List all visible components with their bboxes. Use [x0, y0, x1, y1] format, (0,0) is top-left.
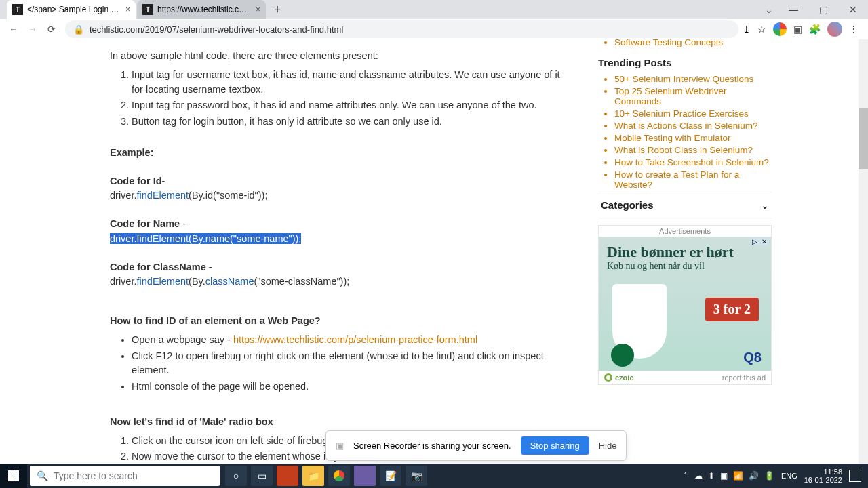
q8-logo: Q8	[743, 350, 762, 365]
app-icon[interactable]	[277, 466, 298, 486]
app-icon[interactable]: 📝	[380, 466, 401, 486]
cortana-icon[interactable]: ○	[225, 466, 247, 486]
ad-subhead: Køb nu og hent når du vil	[607, 261, 763, 272]
elements-list: Input tag for username text box, it has …	[110, 68, 570, 129]
close-icon[interactable]: ×	[125, 5, 130, 14]
start-button[interactable]	[0, 464, 27, 488]
example-heading: Example:	[110, 146, 570, 161]
menu-button[interactable]: ⋮	[849, 24, 859, 35]
sidebar-link[interactable]: How to create a Test Plan for a Website?	[614, 169, 772, 190]
ad-badge: 3 for 2	[705, 298, 759, 321]
clock[interactable]: 11:58 16-01-2022	[804, 468, 842, 484]
article-main: In above sample html code, there are thr…	[0, 39, 590, 464]
tray-icon[interactable]: ⬆	[708, 471, 715, 481]
chrome-icon[interactable]	[328, 466, 350, 486]
link[interactable]: https://www.techlistic.com/p/selenium-pr…	[233, 334, 477, 345]
task-view-icon[interactable]: ▭	[251, 466, 273, 486]
sidebar-link[interactable]: Software Testing Concepts	[614, 39, 772, 47]
lock-icon: 🔒	[73, 24, 84, 35]
window-controls: — ▢ ✕	[778, 0, 868, 19]
close-icon[interactable]: ×	[256, 5, 260, 14]
tray-chevron-icon[interactable]: ˄	[684, 472, 688, 481]
share-icon: ▣	[336, 441, 344, 451]
app-icon[interactable]	[354, 466, 376, 486]
intro-text: In above sample html code, there are thr…	[110, 49, 570, 64]
forward-button[interactable]: →	[23, 20, 42, 39]
bookmark-icon[interactable]: ☆	[757, 24, 766, 35]
ad-label: Advertisements	[599, 226, 771, 237]
sidebar-link[interactable]: 10+ Selenium Practice Exercises	[614, 108, 772, 119]
extension-icon[interactable]	[773, 22, 787, 36]
url-input[interactable]: 🔒 techlistic.com/2019/07/selenium-webdri…	[65, 20, 738, 38]
install-icon[interactable]: ⤓	[743, 24, 751, 35]
code-id-block: Code for Id- driver.findElement(By.id("s…	[110, 174, 570, 204]
extensions-button[interactable]: 🧩	[809, 24, 821, 35]
ad-close-icon[interactable]: ✕	[760, 238, 768, 245]
trending-list: 50+ Selenium Interview Questions Top 25 …	[598, 74, 772, 190]
taskbar: 🔍 Type here to search ○ ▭ 📁 📝 📷 ˄ ☁ ⬆ ▣ …	[0, 464, 868, 488]
chevron-down-icon: ⌄	[761, 200, 769, 211]
stop-sharing-button[interactable]: Stop sharing	[521, 436, 589, 455]
notifications-icon[interactable]	[849, 470, 861, 482]
tab-active[interactable]: T </span> Sample Login Page <s ×	[7, 0, 136, 19]
sidebar-link[interactable]: How to Take Screenshot in Selenium?	[614, 157, 772, 167]
list-item: Open a webpage say - https://www.techlis…	[132, 333, 570, 348]
starbucks-logo	[611, 344, 634, 367]
report-ad-link[interactable]: report this ad	[722, 373, 766, 382]
ezoic-logo[interactable]: ezoic	[604, 373, 634, 382]
scrollbar-thumb[interactable]	[859, 108, 868, 169]
page-content: In above sample html code, there are thr…	[0, 39, 868, 464]
sidebar-link[interactable]: What is Actions Class in Selenium?	[614, 121, 772, 131]
code-name-block: Code for Name - driver.findElement(By.na…	[110, 217, 570, 247]
tab-title: https://www.techlistic.com/p/sel	[157, 5, 250, 14]
system-tray: ˄ ☁ ⬆ ▣ 📶 🔊 🔋 ENG 11:58 16-01-2022	[684, 468, 868, 484]
scrollbar-track[interactable]	[859, 39, 868, 464]
maximize-button[interactable]: ▢	[808, 0, 838, 19]
list-item: Button tag for login button, it has only…	[132, 115, 570, 129]
ad-info-icon[interactable]: ▷	[751, 238, 759, 245]
search-icon: 🔍	[37, 470, 48, 481]
howto-list: Open a webpage say - https://www.techlis…	[110, 333, 570, 394]
profile-avatar[interactable]	[827, 22, 842, 37]
windows-logo-icon	[8, 470, 19, 481]
screen-share-bar: ▣ Screen Recorder is sharing your screen…	[326, 430, 627, 461]
tab-inactive[interactable]: T https://www.techlistic.com/p/sel ×	[137, 0, 266, 19]
sidebar-link[interactable]: What is Robot Class in Selenium?	[614, 145, 772, 155]
battery-icon[interactable]: 🔋	[764, 471, 774, 481]
list-item: Input tag for username text box, it has …	[132, 68, 570, 98]
howto-heading: How to find ID of an element on a Web Pa…	[110, 314, 570, 329]
camera-icon[interactable]: 📷	[406, 466, 427, 486]
tab-favicon: T	[12, 4, 23, 15]
share-message: Screen Recorder is sharing your screen.	[353, 441, 511, 451]
close-window-button[interactable]: ✕	[838, 0, 868, 19]
taskbar-search[interactable]: 🔍 Type here to search	[30, 466, 220, 486]
code-class-block: Code for ClassName - driver.findElement(…	[110, 260, 570, 290]
onedrive-icon[interactable]: ☁	[694, 471, 703, 481]
sidebar-link[interactable]: Top 25 Selenium Webdriver Commands	[614, 86, 772, 106]
reload-button[interactable]: ⟳	[42, 20, 61, 39]
wifi-icon[interactable]: 📶	[733, 471, 743, 481]
file-explorer-icon[interactable]: 📁	[302, 466, 324, 486]
sidebar-link[interactable]: Mobile Testing with Emulator	[614, 133, 772, 143]
list-item: Input tag for password box, it has id an…	[132, 98, 570, 113]
extension-icon[interactable]: ▣	[793, 24, 802, 35]
list-item: Html console of the page will be opened.	[132, 380, 570, 394]
ad-image[interactable]: ▷ ✕ Dine bønner er hørt Køb nu og hent n…	[599, 237, 771, 371]
browser-chrome: T </span> Sample Login Page <s × T https…	[0, 0, 868, 39]
chevron-down-icon[interactable]: ⌄	[765, 4, 773, 15]
sidebar-link[interactable]: 50+ Selenium Interview Questions	[614, 74, 772, 84]
minimize-button[interactable]: —	[778, 0, 808, 19]
new-tab-button[interactable]: +	[267, 3, 288, 17]
back-button[interactable]: ←	[4, 20, 23, 39]
url-text: techlistic.com/2019/07/selenium-webdrive…	[90, 24, 343, 35]
sidebar: Software Testing Concepts Trending Posts…	[590, 39, 780, 464]
hide-button[interactable]: Hide	[599, 441, 617, 451]
toolbar-icons: ⤓ ☆ ▣ 🧩 ⋮	[743, 22, 864, 37]
ezoic-row: ezoic report this ad	[599, 371, 771, 384]
categories-toggle[interactable]: Categories ⌄	[598, 192, 772, 218]
address-bar: ← → ⟳ 🔒 techlistic.com/2019/07/selenium-…	[0, 19, 868, 39]
language-indicator[interactable]: ENG	[781, 472, 797, 480]
tab-title: </span> Sample Login Page <s	[27, 5, 120, 14]
tray-icon[interactable]: ▣	[720, 471, 728, 481]
volume-icon[interactable]: 🔊	[749, 471, 759, 481]
